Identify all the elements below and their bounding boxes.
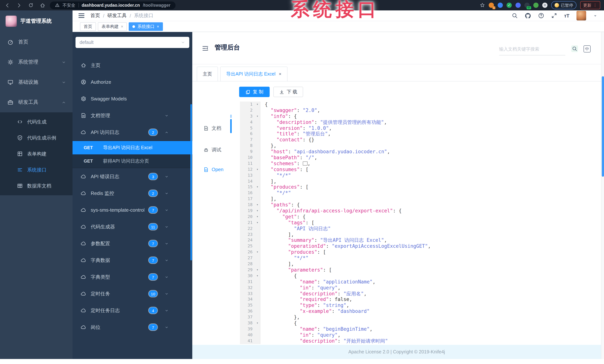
page-scrollbar-thumb[interactable] — [602, 76, 604, 177]
font-size-icon[interactable]: ᴛT — [564, 13, 569, 18]
sidebar-item-dev-tools[interactable]: 研发工具 — [0, 92, 73, 112]
sidebar-item-code-gen-example[interactable]: 代码生成示例 — [0, 130, 73, 146]
sidebar-item-infrastructure[interactable]: 基础设施 — [0, 72, 73, 92]
extension-icon-orange[interactable]: 1 — [489, 3, 494, 8]
api-menu-item-sms-template-controller[interactable]: sys-sms-template-controller7 — [73, 202, 192, 218]
token: : — [297, 161, 302, 166]
api-menu-item-dict-data[interactable]: 字典数据7 — [73, 252, 192, 269]
browser-home-icon[interactable] — [40, 2, 45, 8]
fold-marker-icon[interactable]: ▾ — [255, 250, 260, 255]
sidebar-item-home[interactable]: 首页 — [0, 32, 73, 52]
rail-item-调试[interactable]: 调试 — [192, 147, 221, 153]
address-bar[interactable]: 不安全 dashboard.yudao.iocoder.cn/tool/swag… — [50, 1, 176, 9]
tag-system-api[interactable]: 系统接口× — [129, 22, 163, 31]
extension-icon-green[interactable] — [533, 3, 539, 8]
extension-icon-green-check[interactable]: ✓ — [506, 3, 512, 8]
fold-marker-icon[interactable]: ▾ — [255, 220, 260, 226]
api-menu-item-doc-mgmt[interactable]: 文档管理 — [73, 107, 192, 124]
token: "应用名" — [343, 291, 364, 296]
user-avatar[interactable] — [577, 11, 586, 20]
fold-marker-icon[interactable]: ▾ — [255, 167, 260, 173]
breadcrumb-home[interactable]: 首页 — [90, 12, 100, 19]
github-icon[interactable] — [525, 13, 531, 19]
extension-icon-blue-drop[interactable] — [498, 3, 503, 8]
help-icon[interactable] — [538, 13, 544, 19]
rail-scrollbar-thumb[interactable] — [230, 119, 232, 133]
api-endpoint-get-export-excel[interactable]: GET导出API 访问日志 Excel — [73, 141, 192, 154]
api-menu-item-code-generator[interactable]: 代码生成器11 — [73, 218, 192, 235]
api-menu-item-k4-home[interactable]: 主页 — [73, 57, 192, 74]
knife4j-scrollbar-thumb[interactable] — [190, 104, 192, 260]
api-menu-item-swagger-models[interactable]: Swagger Models — [73, 90, 192, 107]
token — [265, 303, 300, 308]
api-menu-item-param-config[interactable]: 参数配置7 — [73, 235, 192, 252]
api-menu-item-scheduled-job[interactable]: 定时任务10 — [73, 285, 192, 302]
rail-item-open[interactable]: Open — [192, 167, 224, 172]
api-group-select[interactable]: default — [76, 37, 189, 48]
download-button[interactable]: 下 载 — [273, 87, 303, 97]
doc-search-input[interactable]: 输入文档关键字搜索 — [499, 46, 565, 55]
fold-marker-icon[interactable]: ▾ — [255, 273, 260, 279]
tab-home[interactable]: 主页 — [197, 67, 218, 81]
collapsed-array-icon[interactable] — [303, 162, 308, 165]
fold-marker-icon[interactable]: ▾ — [255, 184, 260, 190]
fold-marker-icon[interactable]: ▾ — [255, 101, 260, 108]
update-button[interactable]: 更新 — [580, 1, 600, 9]
fold-marker-icon[interactable]: ▾ — [255, 214, 260, 220]
sidebar-item-form-builder[interactable]: 表单构建 — [0, 146, 73, 162]
header-search-icon[interactable] — [512, 13, 517, 19]
tag-form-builder[interactable]: 表单构建× — [98, 22, 127, 31]
tag-home[interactable]: 首页 — [80, 22, 96, 31]
api-menu-item-api-error-log[interactable]: API 错误日志3 — [73, 168, 192, 185]
avatar-caret-icon[interactable] — [593, 13, 597, 18]
token: : [ — [300, 184, 309, 190]
sidebar-item-system-api[interactable]: 系统接口 — [0, 162, 73, 178]
sidebar-item-code-gen[interactable]: 代码生成 — [0, 114, 73, 130]
language-toggle[interactable]: 中 — [584, 45, 591, 52]
extension-icon-puzzle[interactable] — [516, 3, 521, 8]
browser-back-icon[interactable] — [4, 2, 10, 8]
token: , — [338, 285, 340, 290]
rail-item-文档[interactable]: 文档 — [192, 125, 221, 132]
api-menu-item-api-access-log[interactable]: API 访问日志2 — [73, 124, 192, 141]
browser-reload-icon[interactable] — [28, 3, 34, 8]
fold-marker-icon[interactable]: ▾ — [255, 208, 260, 214]
fold-marker-icon[interactable]: ▾ — [255, 320, 260, 326]
bookmark-star-icon[interactable] — [480, 3, 485, 8]
api-menu-item-dict-type[interactable]: 字典类型7 — [73, 269, 192, 285]
app-logo[interactable]: 芋道管理系统 — [0, 10, 73, 32]
token: : [ — [300, 167, 309, 172]
tag-close-icon[interactable]: × — [157, 24, 159, 29]
api-menu-item-redis-monitor[interactable]: Redis 监控2 — [73, 185, 192, 202]
sidebar-item-system-mgmt[interactable]: 系统管理 — [0, 52, 73, 72]
fullscreen-icon[interactable] — [551, 13, 557, 19]
api-menu-label: Redis 监控 — [91, 190, 144, 197]
sidebar-item-db-doc[interactable]: 数据库文档 — [0, 178, 73, 194]
tab-close-icon[interactable]: × — [279, 67, 281, 81]
doc-search-icon[interactable] — [571, 45, 578, 52]
breadcrumb-devtools[interactable]: 研发工具 — [107, 12, 127, 19]
line-number: 19 — [240, 208, 255, 214]
breadcrumb-separator: / — [103, 13, 104, 18]
line-number: 16 — [240, 190, 255, 196]
api-menu-item-authorize[interactable]: Authorize — [73, 74, 192, 90]
json-code-editor[interactable]: 1▾{2 "swagger": "2.0",3▾ "info": {4 "des… — [240, 101, 599, 345]
fold-marker-icon[interactable]: ▾ — [255, 113, 260, 119]
fold-marker-icon[interactable]: ▾ — [255, 202, 260, 208]
tab-export-excel[interactable]: 导出API 访问日志 Excel× — [220, 67, 287, 81]
paused-button[interactable]: 已暂停 — [551, 1, 577, 9]
hamburger-icon[interactable] — [78, 13, 84, 18]
token: "type" — [300, 303, 317, 308]
extension-icon-dark[interactable]: 6h — [524, 3, 530, 8]
api-menu-item-post[interactable]: 岗位7 — [73, 319, 192, 336]
extension-icon-white-flower[interactable]: ✽ — [542, 3, 547, 8]
browser-forward-icon[interactable] — [16, 2, 22, 8]
copy-button[interactable]: 复 制 — [239, 87, 270, 97]
token — [265, 220, 288, 226]
api-menu-label: Swagger Models — [91, 96, 168, 101]
api-menu-item-scheduled-job-log[interactable]: 定时任务日志4 — [73, 302, 192, 319]
collapse-menu-icon[interactable] — [202, 45, 209, 52]
tag-close-icon[interactable]: × — [121, 24, 123, 29]
fold-marker-icon[interactable]: ▾ — [255, 267, 260, 273]
api-endpoint-get-access-log-page[interactable]: GET获得API 访问日志分页 — [73, 154, 192, 168]
